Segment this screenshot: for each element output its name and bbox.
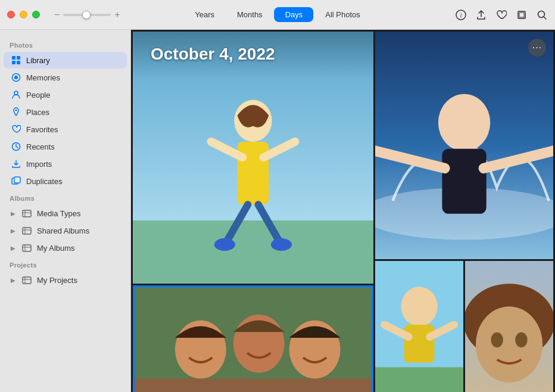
- svg-rect-25: [238, 142, 269, 205]
- zoom-thumb[interactable]: [82, 11, 91, 19]
- my-projects-label: My Projects: [37, 276, 77, 285]
- svg-point-59: [515, 332, 527, 347]
- svg-point-13: [15, 110, 17, 111]
- sidebar-item-imports[interactable]: Imports: [4, 155, 127, 172]
- photo-grid: October 4, 2022: [131, 30, 555, 392]
- tab-months[interactable]: Months: [226, 7, 273, 22]
- minimize-button[interactable]: [20, 11, 27, 18]
- my-projects-icon: [21, 275, 32, 285]
- more-options-button[interactable]: ···: [528, 39, 546, 57]
- expand-arrow-shared: ▶: [11, 228, 15, 234]
- photo-curly-hair[interactable]: [465, 261, 553, 392]
- svg-rect-20: [23, 277, 31, 284]
- shared-albums-label: Shared Albums: [37, 226, 89, 235]
- places-label: Places: [26, 108, 49, 117]
- svg-rect-18: [23, 228, 31, 234]
- photo-water-splash[interactable]: ···: [375, 32, 553, 259]
- tab-allphotos[interactable]: All Photos: [314, 7, 371, 22]
- svg-point-50: [401, 287, 437, 326]
- sidebar: Photos Library Memories: [0, 30, 131, 392]
- sidebar-item-shared-albums[interactable]: ▶ Shared Albums: [4, 222, 127, 239]
- zoom-slider: − +: [54, 10, 120, 20]
- media-types-label: Media Types: [37, 209, 80, 218]
- svg-point-57: [476, 307, 542, 382]
- svg-rect-17: [23, 210, 31, 217]
- svg-point-11: [14, 76, 18, 79]
- svg-rect-19: [23, 245, 31, 251]
- crop-icon[interactable]: [516, 9, 528, 21]
- svg-rect-51: [404, 325, 434, 363]
- sidebar-item-memories[interactable]: Memories: [4, 69, 127, 86]
- svg-line-5: [544, 17, 546, 19]
- media-types-icon: [21, 208, 32, 219]
- people-label: People: [26, 91, 50, 99]
- maximize-button[interactable]: [32, 11, 40, 18]
- right-column: ···: [375, 32, 553, 392]
- heart-icon[interactable]: [495, 9, 507, 21]
- svg-rect-45: [442, 149, 486, 214]
- section-label-projects: Projects: [0, 257, 130, 271]
- svg-rect-7: [17, 56, 20, 60]
- left-column: October 4, 2022: [133, 32, 373, 392]
- search-icon[interactable]: [536, 9, 548, 21]
- photo-girl-jump[interactable]: October 4, 2022: [133, 32, 373, 284]
- memories-label: Memories: [26, 73, 60, 82]
- toolbar-right: i: [455, 9, 548, 21]
- expand-arrow-projects: ▶: [11, 277, 15, 284]
- sidebar-item-recents[interactable]: Recents: [4, 138, 127, 155]
- zoom-plus-icon[interactable]: +: [114, 10, 120, 20]
- tab-years[interactable]: Years: [184, 7, 225, 22]
- photo-girl-jump2[interactable]: [375, 261, 463, 392]
- places-icon: [11, 107, 21, 117]
- photo-area: October 4, 2022: [131, 30, 555, 392]
- sidebar-item-duplicates[interactable]: Duplicates: [4, 173, 127, 189]
- share-icon[interactable]: [475, 9, 487, 21]
- expand-arrow-myalbums: ▶: [11, 245, 15, 251]
- recents-icon: [11, 141, 21, 152]
- sidebar-item-library[interactable]: Library: [4, 52, 127, 69]
- sidebar-item-my-projects[interactable]: ▶ My Projects: [4, 272, 127, 288]
- sidebar-item-places[interactable]: Places: [4, 104, 127, 120]
- info-icon[interactable]: i: [455, 9, 467, 21]
- imports-label: Imports: [26, 160, 52, 169]
- sidebar-item-my-albums[interactable]: ▶ My Albums: [4, 239, 127, 256]
- svg-point-30: [214, 238, 235, 251]
- photo-three-friends[interactable]: [133, 285, 373, 392]
- shared-albums-icon: [21, 225, 32, 236]
- library-icon: [11, 55, 21, 66]
- my-albums-label: My Albums: [37, 244, 75, 253]
- titlebar: − + Years Months Days All Photos i: [0, 0, 555, 30]
- svg-rect-16: [14, 177, 20, 183]
- svg-rect-9: [17, 61, 20, 64]
- svg-point-58: [491, 332, 503, 347]
- duplicates-label: Duplicates: [26, 177, 63, 186]
- svg-rect-49: [375, 368, 463, 392]
- section-label-albums: Albums: [0, 190, 130, 204]
- my-albums-icon: [21, 242, 32, 253]
- people-icon: [11, 89, 21, 100]
- svg-rect-6: [12, 56, 15, 60]
- svg-rect-33: [133, 378, 373, 392]
- svg-rect-3: [519, 13, 524, 17]
- tab-days[interactable]: Days: [275, 7, 314, 22]
- sidebar-item-favorites[interactable]: Favorites: [4, 121, 127, 138]
- svg-rect-8: [12, 61, 15, 64]
- close-button[interactable]: [7, 11, 15, 18]
- duplicates-icon: [11, 176, 21, 186]
- imports-icon: [11, 158, 21, 169]
- main-content: Photos Library Memories: [0, 30, 555, 392]
- svg-rect-22: [133, 220, 373, 284]
- zoom-track[interactable]: [63, 14, 111, 16]
- favorites-label: Favorites: [26, 125, 58, 134]
- recents-label: Recents: [26, 142, 55, 151]
- tab-group: Years Months Days All Photos: [184, 7, 371, 22]
- expand-arrow-media-types: ▶: [11, 210, 15, 217]
- section-label-photos: Photos: [0, 37, 130, 51]
- sidebar-item-media-types[interactable]: ▶ Media Types: [4, 205, 127, 222]
- favorites-icon: [11, 124, 21, 135]
- svg-point-12: [14, 91, 18, 95]
- sidebar-item-people[interactable]: People: [4, 86, 127, 103]
- svg-text:i: i: [460, 11, 462, 18]
- traffic-lights: [7, 11, 40, 18]
- zoom-minus-icon[interactable]: −: [54, 10, 60, 20]
